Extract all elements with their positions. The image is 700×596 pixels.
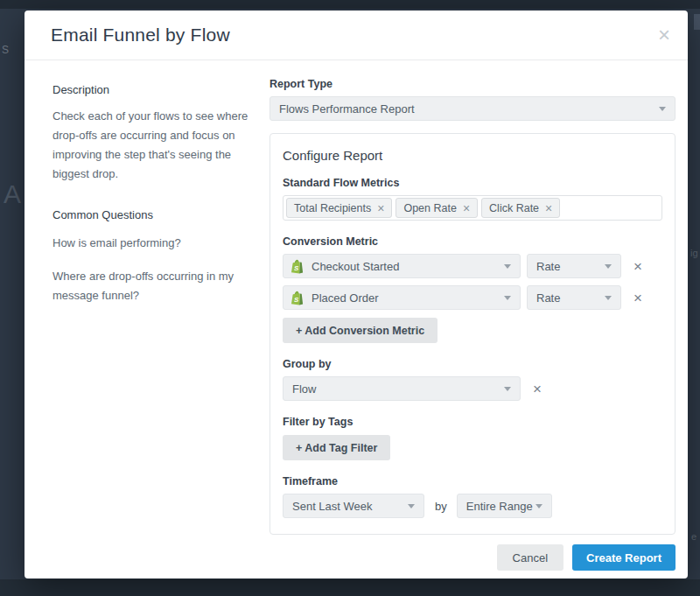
modal-footer: Cancel Create Report — [24, 544, 688, 578]
description-heading: Description — [52, 83, 261, 96]
report-type-label: Report Type — [270, 78, 676, 90]
common-question: How is email performing? — [52, 234, 261, 253]
tag-remove-icon[interactable]: × — [463, 202, 470, 214]
common-questions-heading: Common Questions — [52, 208, 261, 221]
conversion-metric-label: Conversion Metric — [283, 235, 662, 248]
metric-mode-select[interactable]: Rate — [527, 285, 621, 310]
conversion-metric-select[interactable]: S Placed Order — [283, 285, 521, 310]
group-by-row: Flow × — [283, 376, 662, 401]
metric-mode-select[interactable]: Rate — [527, 254, 621, 278]
metric-tag: Open Rate × — [396, 198, 478, 218]
standard-metrics-tag-input[interactable]: Total Recipients × Open Rate × Click Rat… — [283, 195, 662, 221]
conversion-metric-value: Checkout Started — [312, 260, 399, 273]
metric-mode-value: Rate — [536, 260, 560, 273]
background-ui-sliver — [694, 14, 700, 30]
chevron-down-icon — [504, 264, 511, 269]
chevron-down-icon — [408, 504, 415, 508]
group-by-value: Flow — [292, 382, 316, 396]
timeframe-by-label: by — [435, 500, 447, 513]
description-text: Check each of your flows to see where dr… — [52, 107, 261, 184]
remove-row-icon[interactable]: × — [634, 291, 642, 305]
configure-report-heading: Configure Report — [283, 148, 662, 163]
standard-flow-metrics-label: Standard Flow Metrics — [283, 177, 662, 189]
background-text-fragment: S — [2, 44, 9, 56]
background-bottom-band — [0, 579, 700, 596]
svg-text:S: S — [294, 263, 299, 271]
remove-row-icon[interactable]: × — [634, 259, 642, 274]
shopify-icon: S — [290, 291, 304, 305]
group-by-select[interactable]: Flow — [283, 376, 521, 401]
background-text-fragment: e — [691, 531, 696, 542]
report-type-value: Flows Performance Report — [279, 102, 415, 116]
report-type-select[interactable]: Flows Performance Report — [270, 96, 676, 121]
metric-mode-value: Rate — [536, 291, 560, 305]
info-panel: Description Check each of your flows to … — [52, 78, 261, 544]
shopify-icon: S — [290, 259, 304, 274]
modal-title: Email Funnel by Flow — [51, 25, 230, 46]
tag-remove-icon[interactable]: × — [377, 202, 384, 214]
chevron-down-icon — [659, 107, 666, 111]
chevron-down-icon — [504, 296, 511, 300]
remove-group-by-icon[interactable]: × — [533, 382, 542, 396]
timeframe-row: Sent Last Week by Entire Range — [283, 494, 662, 518]
metric-tag: Click Rate × — [481, 198, 560, 218]
add-tag-filter-button[interactable]: + Add Tag Filter — [283, 435, 390, 460]
metric-tag: Total Recipients × — [286, 198, 392, 218]
common-question: Where are drop-offs occurring in my mess… — [52, 267, 261, 305]
cancel-button[interactable]: Cancel — [497, 544, 564, 571]
timeframe-range-select[interactable]: Sent Last Week — [283, 494, 424, 518]
chevron-down-icon — [605, 264, 612, 269]
timeframe-range-value: Sent Last Week — [292, 500, 373, 513]
tag-remove-icon[interactable]: × — [545, 202, 552, 214]
metric-tag-label: Click Rate — [489, 202, 539, 214]
group-by-label: Group by — [283, 358, 662, 370]
chevron-down-icon — [605, 296, 612, 300]
metric-tag-label: Open Rate — [403, 202, 456, 214]
chevron-down-icon — [504, 387, 511, 391]
modal-header: Email Funnel by Flow × — [24, 11, 688, 60]
timeframe-interval-select[interactable]: Entire Range — [457, 494, 552, 518]
close-icon[interactable]: × — [654, 23, 674, 47]
conversion-metric-row: S Placed Order Rate × — [283, 285, 662, 310]
chevron-down-icon — [536, 504, 542, 508]
conversion-metric-select[interactable]: S Checkout Started — [283, 254, 521, 278]
modal-body: Description Check each of your flows to … — [24, 60, 688, 544]
background-text-fragment: ig — [690, 248, 698, 258]
create-report-modal: Email Funnel by Flow × Description Check… — [24, 11, 688, 578]
filter-by-tags-label: Filter by Tags — [283, 416, 662, 428]
metric-tag-label: Total Recipients — [294, 202, 371, 214]
background-text-fragment: A — [4, 179, 21, 209]
create-report-button[interactable]: Create Report — [572, 544, 676, 571]
conversion-metric-value: Placed Order — [312, 291, 379, 305]
svg-text:S: S — [294, 295, 299, 303]
dimmed-page-overlay: S A ig e Email Funnel by Flow × Descript… — [0, 0, 700, 596]
report-config-panel: Report Type Flows Performance Report Con… — [270, 78, 676, 544]
add-conversion-metric-button[interactable]: + Add Conversion Metric — [283, 318, 438, 343]
timeframe-label: Timeframe — [283, 475, 662, 487]
timeframe-interval-value: Entire Range — [466, 500, 533, 513]
background-top-band — [0, 0, 700, 9]
configure-report-box: Configure Report Standard Flow Metrics T… — [270, 133, 676, 535]
conversion-metric-row: S Checkout Started Rate × — [283, 254, 662, 278]
